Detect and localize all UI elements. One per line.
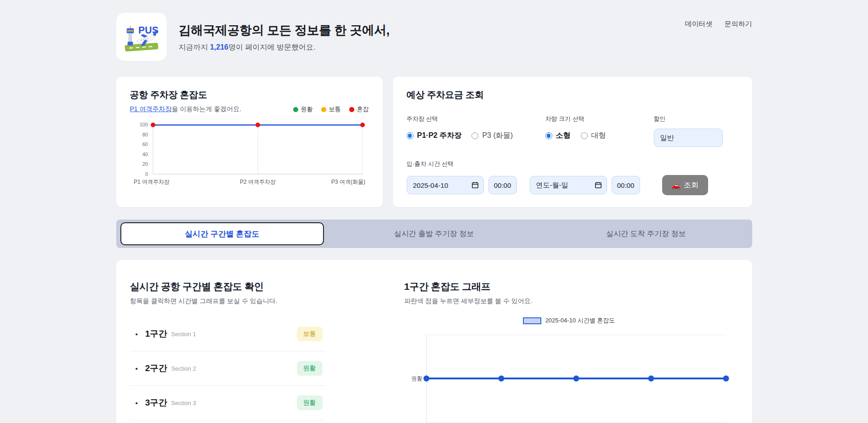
radio-icon[interactable] (581, 132, 588, 139)
yellow-dot-icon (321, 107, 326, 112)
parking-congestion-chart: 020406080100P1 여객주차장P2 여객주차장P3 여객(화물) (130, 118, 367, 192)
fee-options-row: 주차장 선택 P1·P2 주차장 P3 (화물) 차량 크기 선택 (407, 115, 738, 147)
pus-logo: PUS (116, 13, 167, 61)
svg-text:100: 100 (139, 122, 148, 127)
radio-icon[interactable] (545, 132, 552, 139)
page-title: 김해국제공항의 모든 정보를 한 곳에서, (179, 22, 390, 39)
section-list: • 1구간 Section 1 보통 • 2구간 Section 2 원활 • … (130, 317, 325, 423)
car-icon: 🚗 (671, 181, 681, 190)
svg-text:80: 80 (142, 132, 148, 137)
page-container: PUS (116, 0, 752, 423)
hourly-data-point[interactable] (573, 376, 579, 382)
parking-congestion-card: 공항 주차장 혼잡도 P1 여객주차장을 이용하는게 좋겠어요. 원활 보통 혼… (116, 77, 383, 207)
list-item-section3[interactable]: • 3구간 Section 3 원활 (130, 386, 325, 420)
nav-contact-link[interactable]: 문의하기 (725, 20, 752, 28)
section-list-column: 실시간 공항 구간별 혼잡도 확인 항목을 클릭하면 시간별 그래프를 보실 수… (130, 280, 325, 423)
section-list-title: 실시간 공항 구간별 혼잡도 확인 (130, 280, 325, 293)
status-badge: 원활 (297, 361, 323, 376)
bullet-icon: • (136, 365, 138, 372)
visitor-counter: 지금까지 1,216명이 페이지에 방문했어요. (179, 43, 390, 52)
hourly-data-point[interactable] (723, 376, 729, 382)
parking-data-point (255, 123, 260, 127)
realtime-congestion-card: 실시간 공항 구간별 혼잡도 확인 항목을 클릭하면 시간별 그래프를 보실 수… (116, 260, 752, 423)
fee-time-row: 입·출차 시간 선택 2025-04-10 00:00 연도-월-일 00:00… (407, 160, 738, 195)
time-select-label: 입·출차 시간 선택 (407, 160, 738, 168)
graph-title: 1구간 혼잡도 그래프 (404, 280, 734, 293)
svg-text:40: 40 (142, 152, 148, 157)
radio-icon[interactable] (471, 132, 478, 139)
svg-text:20: 20 (142, 161, 148, 167)
calendar-icon[interactable] (471, 181, 479, 189)
list-item-section1[interactable]: • 1구간 Section 1 보통 (130, 317, 325, 351)
legend-item-busy: 혼잡 (349, 105, 369, 113)
parking-card-title: 공항 주차장 혼잡도 (130, 89, 369, 101)
tab-bar: 실시간 구간별 혼잡도 실시간 출발 주기장 정보 실시간 도착 주기장 정보 (116, 220, 752, 248)
entry-time-input[interactable]: 00:00 (488, 176, 517, 194)
header-nav: 데이터셋 문의하기 (685, 20, 752, 28)
parking-recommendation: P1 여객주차장을 이용하는게 좋겠어요. (130, 105, 242, 113)
fee-lookup-card: 예상 주차요금 조회 주차장 선택 P1·P2 주차장 P3 (화물) (393, 77, 752, 207)
svg-text:원활: 원활 (411, 375, 422, 382)
visitor-count: 1,216 (210, 43, 228, 51)
legend-swatch-icon (523, 317, 541, 324)
hourly-data-point[interactable] (498, 376, 504, 382)
discount-label: 할인 (654, 115, 738, 123)
section-graph-column: 1구간 혼잡도 그래프 파란색 점을 누르면 세부정보를 볼 수 있어요. 20… (404, 280, 734, 423)
tab-realtime-arrival-stand[interactable]: 실시간 도착 주기장 정보 (540, 220, 752, 248)
svg-text:60: 60 (142, 141, 148, 147)
radio-lot-p1p2[interactable]: P1·P2 주차장 (407, 131, 462, 141)
congestion-legend: 원활 보통 혼잡 (293, 105, 369, 113)
section1-hourly-chart[interactable]: 원활00시01시02시03시04시 (404, 328, 732, 423)
nav-dataset-link[interactable]: 데이터셋 (685, 20, 713, 28)
svg-text:0: 0 (145, 171, 148, 177)
radio-lot-p3[interactable]: P3 (화물) (471, 131, 513, 141)
top-cards-row: 공항 주차장 혼잡도 P1 여객주차장을 이용하는게 좋겠어요. 원활 보통 혼… (116, 77, 752, 207)
legend-item-smooth: 원활 (293, 105, 313, 113)
section-list-subtitle: 항목을 클릭하면 시간별 그래프를 보실 수 있습니다. (130, 297, 325, 305)
svg-text:P2 여객주차장: P2 여객주차장 (239, 179, 275, 185)
fee-card-title: 예상 주차요금 조회 (407, 89, 738, 101)
graph-legend: 2025-04-10 시간별 혼잡도 (404, 316, 734, 325)
status-badge: 원활 (297, 395, 323, 410)
radio-size-large[interactable]: 대형 (581, 131, 606, 141)
list-item-section2[interactable]: • 2구간 Section 2 원활 (130, 351, 325, 386)
green-dot-icon (293, 107, 298, 112)
calendar-icon[interactable] (595, 181, 602, 189)
fee-search-button[interactable]: 🚗조회 (662, 175, 708, 195)
size-select-label: 차량 크기 선택 (545, 115, 654, 123)
svg-text:P1 여객주차장: P1 여객주차장 (134, 179, 170, 185)
red-dot-icon (349, 107, 354, 112)
list-item-all-sections[interactable]: • 전체 구간 All Sections 원활 (130, 420, 325, 423)
tab-realtime-section-congestion[interactable]: 실시간 구간별 혼잡도 (116, 220, 328, 248)
hourly-data-point[interactable] (423, 376, 429, 382)
discount-select[interactable]: 일반 (654, 129, 723, 147)
header-text: 김해국제공항의 모든 정보를 한 곳에서, 지금까지 1,216명이 페이지에 … (179, 22, 390, 52)
graph-legend-label: 2025-04-10 시간별 혼잡도 (545, 316, 615, 325)
bullet-icon: • (136, 399, 138, 407)
svg-text:P3 여객(화물): P3 여객(화물) (331, 179, 365, 185)
lot-select-label: 주차장 선택 (407, 115, 545, 123)
graph-subtitle: 파란색 점을 누르면 세부정보를 볼 수 있어요. (404, 297, 734, 305)
exit-date-input[interactable]: 연도-월-일 (530, 176, 607, 194)
hourly-data-point[interactable] (648, 376, 654, 382)
bullet-icon: • (136, 330, 138, 338)
parking-data-point (360, 123, 365, 127)
radio-icon[interactable] (407, 132, 414, 139)
header: PUS (116, 13, 752, 61)
airport-logo-icon: PUS (123, 19, 160, 55)
exit-time-input[interactable]: 00:00 (612, 176, 640, 194)
tab-realtime-departure-stand[interactable]: 실시간 출발 주기장 정보 (328, 220, 540, 248)
legend-item-normal: 보통 (321, 105, 341, 113)
radio-size-small[interactable]: 소형 (545, 131, 571, 141)
status-badge: 보통 (297, 327, 323, 341)
parking-data-point (151, 123, 155, 127)
entry-date-input[interactable]: 2025-04-10 (407, 176, 484, 194)
p1-parking-link[interactable]: P1 여객주차장 (130, 105, 172, 113)
